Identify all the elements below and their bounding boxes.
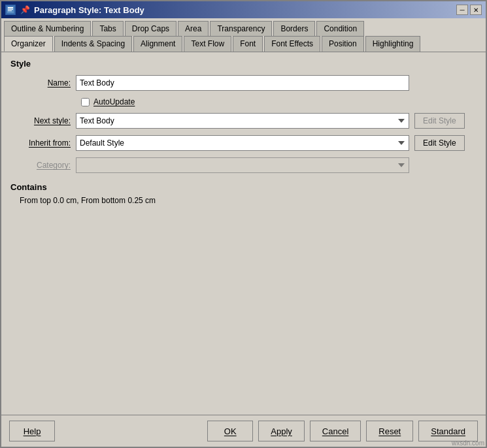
help-button[interactable]: Help bbox=[9, 421, 55, 441]
tab-font[interactable]: Font bbox=[233, 36, 263, 52]
edit-style-button-2[interactable]: Edit Style bbox=[414, 135, 465, 151]
titlebar-buttons: ─ ✕ bbox=[456, 5, 482, 15]
contains-title: Contains bbox=[10, 182, 477, 192]
minimize-button[interactable]: ─ bbox=[456, 5, 468, 15]
main-window: 📌 Paragraph Style: Text Body ─ ✕ Outline… bbox=[0, 0, 487, 448]
tab-outline[interactable]: Outline & Numbering bbox=[4, 21, 91, 36]
tab-dropcaps[interactable]: Drop Caps bbox=[125, 21, 176, 36]
next-style-wrapper: Text Body Edit Style bbox=[76, 113, 477, 129]
titlebar: 📌 Paragraph Style: Text Body ─ ✕ bbox=[1, 1, 486, 18]
style-section-title: Style bbox=[10, 59, 477, 69]
titlebar-pin-icon: 📌 bbox=[20, 5, 30, 15]
app-icon bbox=[5, 5, 16, 15]
tab-indents[interactable]: Indents & Spacing bbox=[54, 36, 132, 52]
standard-button[interactable]: Standard bbox=[418, 421, 478, 441]
next-style-label: Next style: bbox=[10, 116, 76, 125]
autoupdate-label: AutoUpdate bbox=[93, 97, 135, 106]
contains-text: From top 0.0 cm, From bottom 0.25 cm bbox=[20, 196, 477, 205]
tab-alignment[interactable]: Alignment bbox=[133, 36, 182, 52]
tabs-container: Outline & Numbering Tabs Drop Caps Area … bbox=[1, 18, 486, 52]
tab-highlighting[interactable]: Highlighting bbox=[365, 36, 421, 52]
inherit-label: Inherit from: bbox=[10, 138, 76, 148]
tab-area[interactable]: Area bbox=[178, 21, 209, 36]
category-select bbox=[76, 157, 409, 173]
tab-textflow[interactable]: Text Flow bbox=[184, 36, 231, 52]
autoupdate-checkbox[interactable] bbox=[81, 98, 90, 106]
autoupdate-row: AutoUpdate bbox=[81, 97, 477, 106]
name-input[interactable] bbox=[76, 75, 409, 91]
bottom-left-buttons: Help bbox=[9, 421, 55, 441]
close-button[interactable]: ✕ bbox=[470, 5, 482, 15]
bottom-bar: Help OK Apply Cancel Reset Standard bbox=[1, 415, 486, 447]
tab-position[interactable]: Position bbox=[322, 36, 364, 52]
inherit-wrapper: Default Style Edit Style bbox=[76, 135, 477, 151]
content-area: Style Name: AutoUpdate Next style: Text … bbox=[1, 52, 486, 415]
tabs-row-1: Outline & Numbering Tabs Drop Caps Area … bbox=[4, 21, 483, 35]
tabs-row-2: Organizer Indents & Spacing Alignment Te… bbox=[4, 36, 483, 51]
next-style-select[interactable]: Text Body bbox=[76, 113, 409, 129]
tab-fonteffects[interactable]: Font Effects bbox=[264, 36, 320, 52]
titlebar-left: 📌 Paragraph Style: Text Body bbox=[5, 5, 144, 15]
watermark: wxsdn.com bbox=[452, 440, 484, 447]
contains-section: Contains From top 0.0 cm, From bottom 0.… bbox=[10, 182, 477, 205]
tab-condition[interactable]: Condition bbox=[316, 21, 364, 36]
tab-organizer[interactable]: Organizer bbox=[4, 36, 53, 52]
ok-button[interactable]: OK bbox=[207, 421, 253, 441]
svg-rect-1 bbox=[8, 7, 13, 8]
tab-transparency[interactable]: Transparency bbox=[210, 21, 272, 36]
category-label: Category: bbox=[10, 161, 76, 170]
edit-style-button-1: Edit Style bbox=[414, 113, 465, 129]
svg-rect-3 bbox=[8, 10, 12, 11]
tab-tabs[interactable]: Tabs bbox=[92, 21, 123, 36]
name-row: Name: bbox=[10, 75, 477, 91]
svg-rect-2 bbox=[8, 9, 13, 10]
window-title: Paragraph Style: Text Body bbox=[34, 5, 144, 15]
reset-button[interactable]: Reset bbox=[366, 421, 413, 441]
cancel-button[interactable]: Cancel bbox=[310, 421, 361, 441]
next-style-row: Next style: Text Body Edit Style bbox=[10, 113, 477, 129]
bottom-right-buttons: OK Apply Cancel Reset Standard bbox=[207, 421, 478, 441]
inherit-row: Inherit from: Default Style Edit Style bbox=[10, 135, 477, 151]
name-label: Name: bbox=[10, 78, 76, 88]
inherit-select[interactable]: Default Style bbox=[76, 135, 409, 151]
category-wrapper bbox=[76, 157, 477, 173]
tab-borders[interactable]: Borders bbox=[273, 21, 315, 36]
category-row: Category: bbox=[10, 157, 477, 173]
apply-button[interactable]: Apply bbox=[258, 421, 305, 441]
